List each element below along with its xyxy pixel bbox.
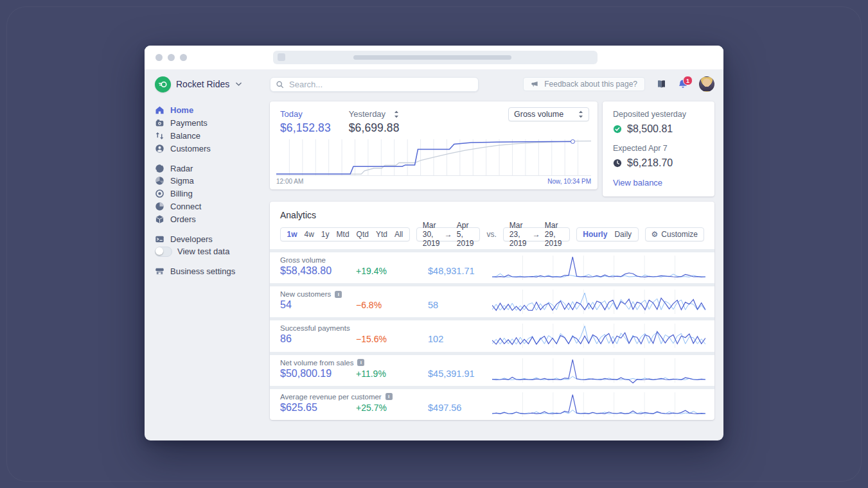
metric-label: Successful payments — [280, 324, 492, 332]
sidebar-item-sigma[interactable]: Sigma — [155, 175, 270, 187]
sidebar-item-home[interactable]: Home — [155, 104, 270, 117]
top-bar-actions: Feedback about this page? 1 — [523, 76, 714, 92]
range-tab-ytd[interactable]: Ytd — [372, 230, 391, 239]
compare-range-end: Mar 29, 2019 — [545, 221, 563, 248]
window-close-button[interactable] — [155, 54, 163, 61]
metric-compare-value: $48,931.71 — [428, 266, 492, 276]
metric-sparkline — [492, 252, 705, 283]
range-tab-all[interactable]: All — [391, 230, 406, 239]
notifications-bell-icon[interactable]: 1 — [678, 79, 688, 89]
metric-row-net-volume-from-sales[interactable]: Net volume from salesi $50,800.19 +11.9%… — [270, 352, 714, 386]
address-bar[interactable] — [273, 51, 598, 64]
metric-current-value: 54 — [280, 299, 356, 311]
metric-row-gross-volume[interactable]: Gross volume $58,438.80 +19.4% $48,931.7… — [270, 249, 714, 283]
sidebar-item-business-settings[interactable]: Business settings — [155, 265, 270, 278]
metric-sparkline — [492, 286, 705, 317]
compare-range-start: Mar 23, 2019 — [509, 221, 528, 248]
metric-delta: −15.6% — [356, 334, 428, 344]
sidebar-item-balance[interactable]: Balance — [155, 130, 270, 143]
customize-button[interactable]: ⚙ Customize — [645, 227, 704, 241]
range-tab-mtd[interactable]: Mtd — [333, 230, 353, 239]
metric-rows: Gross volume $58,438.80 +19.4% $48,931.7… — [270, 249, 714, 420]
arrow-right-icon: → — [443, 230, 454, 239]
range-tab-1y[interactable]: 1y — [317, 230, 333, 239]
sidebar-item-customers[interactable]: Customers — [155, 142, 270, 155]
overview-card: Today $6,152.83 Yesterday — [270, 101, 598, 189]
info-icon[interactable]: i — [335, 291, 342, 298]
megaphone-icon — [531, 80, 539, 88]
range-tabs: 1w4w1yMtdQtdYtdAll — [280, 227, 410, 241]
range-tab-4w[interactable]: 4w — [301, 230, 317, 239]
info-icon[interactable]: i — [357, 359, 364, 366]
info-icon[interactable]: i — [385, 393, 393, 400]
metric-current-value: 86 — [280, 333, 356, 345]
range-tab-qtd[interactable]: Qtd — [353, 230, 372, 239]
feedback-button[interactable]: Feedback about this page? — [523, 77, 645, 91]
sidebar-item-developers[interactable]: Developers — [155, 232, 270, 245]
sidebar-item-orders[interactable]: Orders — [155, 213, 270, 225]
customize-label: Customize — [661, 230, 698, 239]
sidebar-item-radar[interactable]: Radar — [155, 162, 270, 175]
vs-label: vs. — [486, 230, 496, 239]
check-circle-icon — [613, 125, 622, 134]
metric-compare-value: 58 — [428, 300, 492, 310]
search-input[interactable] — [288, 79, 473, 90]
app-layout: HomePaymentsBalanceCustomersRadarSigmaBi… — [145, 99, 723, 420]
user-avatar[interactable] — [699, 76, 714, 92]
sparkline-svg — [492, 357, 705, 384]
nav-group: Business settings — [155, 265, 270, 278]
desktop-background: Rocket Rides Feedba — [0, 0, 868, 488]
date-range-end: Apr 5, 2019 — [457, 221, 474, 248]
toggle-knob — [155, 247, 163, 255]
granularity-tabs: HourlyDaily — [576, 227, 639, 241]
window-zoom-button[interactable] — [180, 54, 187, 61]
sidebar-item-label: Balance — [170, 131, 200, 141]
metric-row-successful-payments[interactable]: Successful payments 86 −15.6% 102 — [270, 317, 714, 351]
granularity-tab-hourly[interactable]: Hourly — [580, 230, 611, 239]
granularity-tab-daily[interactable]: Daily — [611, 230, 635, 239]
expected-value: $6,218.70 — [627, 157, 673, 169]
compare-stepper-icon[interactable] — [394, 110, 399, 118]
clock-icon — [613, 159, 622, 168]
metric-delta: +11.9% — [356, 369, 428, 379]
x-axis-now: Now, 10:34 PM — [547, 178, 591, 185]
sidebar-item-label: Billing — [170, 189, 193, 198]
account-name: Rocket Rides — [176, 79, 229, 89]
test-data-toggle[interactable] — [155, 247, 172, 257]
sparkline-svg — [492, 288, 705, 315]
metric-row-new-customers[interactable]: New customersi 54 −6.8% 58 — [270, 283, 714, 317]
sidebar-item-connect[interactable]: Connect — [155, 200, 270, 213]
rocket-rides-logo — [155, 76, 171, 92]
view-balance-link[interactable]: View balance — [613, 178, 704, 187]
main-content: Today $6,152.83 Yesterday — [270, 101, 714, 420]
sidebar-item-view-test-data[interactable]: View test data — [155, 245, 270, 258]
expected-label: Expected Apr 7 — [613, 144, 704, 153]
range-tab-1w[interactable]: 1w — [283, 230, 301, 239]
sparkline-svg — [492, 391, 705, 418]
metric-compare-value: $497.56 — [428, 403, 492, 413]
feedback-label: Feedback about this page? — [544, 80, 637, 89]
date-range-picker[interactable]: Mar 30, 2019 → Apr 5, 2019 — [416, 227, 481, 241]
metric-label: Average revenue per customeri — [280, 393, 492, 401]
window-minimize-button[interactable] — [168, 54, 175, 61]
compare-range-picker[interactable]: Mar 23, 2019 → Mar 29, 2019 — [503, 227, 570, 241]
analytics-filters: 1w4w1yMtdQtdYtdAll Mar 30, 2019 → Apr 5,… — [280, 227, 704, 241]
select-stepper-icon — [578, 110, 583, 118]
metric-label: New customersi — [280, 290, 492, 298]
metric-text-block: Gross volume $58,438.80 +19.4% $48,931.7… — [280, 252, 492, 283]
sidebar-item-payments[interactable]: Payments — [155, 117, 270, 130]
arrow-right-icon: → — [531, 230, 542, 239]
nav-group: HomePaymentsBalanceCustomers — [155, 104, 270, 155]
sidebar-item-label: View test data — [177, 247, 229, 256]
docs-book-icon[interactable] — [656, 79, 667, 89]
overview-chart-svg — [276, 139, 591, 176]
metric-row-average-revenue-per-customer[interactable]: Average revenue per customeri $625.65 +2… — [270, 386, 714, 420]
metric-delta: −6.8% — [356, 300, 428, 310]
metric-select[interactable]: Gross volume — [508, 107, 589, 121]
customers-icon — [155, 144, 164, 153]
metric-delta: +25.7% — [356, 403, 428, 413]
sidebar-item-billing[interactable]: Billing — [155, 187, 270, 200]
account-switcher[interactable]: Rocket Rides — [155, 76, 270, 92]
sidebar-item-label: Payments — [170, 118, 208, 128]
search-box[interactable] — [270, 77, 479, 92]
